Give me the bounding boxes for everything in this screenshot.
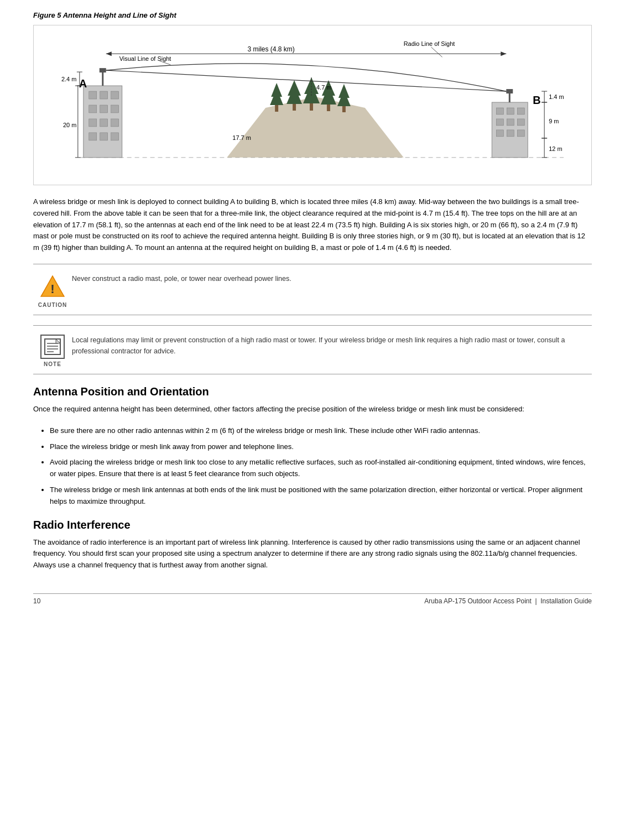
- svg-rect-34: [496, 108, 503, 114]
- svg-rect-23: [111, 105, 119, 113]
- svg-text:!: !: [50, 282, 54, 296]
- svg-text:1.4 m: 1.4 m: [549, 93, 564, 100]
- svg-marker-1: [227, 97, 403, 158]
- svg-rect-25: [100, 119, 108, 127]
- svg-text:A: A: [79, 77, 87, 90]
- svg-rect-27: [89, 133, 97, 140]
- svg-text:3 miles (4.8 km): 3 miles (4.8 km): [248, 45, 295, 53]
- caution-triangle-icon: !: [39, 273, 66, 300]
- bullet-item: Avoid placing the wireless bridge or mes…: [50, 457, 592, 480]
- svg-text:Radio Line of Sight: Radio Line of Sight: [404, 40, 455, 47]
- svg-marker-15: [337, 90, 351, 106]
- svg-rect-21: [89, 105, 97, 113]
- svg-rect-22: [100, 105, 108, 113]
- caution-icon-area: ! CAUTION: [33, 271, 72, 308]
- svg-text:Visual Line of Sight: Visual Line of Sight: [119, 55, 171, 62]
- svg-line-54: [431, 47, 442, 57]
- bullet-item: The wireless bridge or mesh link antenna…: [50, 484, 592, 508]
- svg-rect-44: [506, 89, 513, 93]
- svg-marker-49: [501, 51, 506, 56]
- bullet-item: Place the wireless bridge or mesh link a…: [50, 441, 592, 453]
- svg-text:B: B: [533, 94, 540, 106]
- body-paragraph: A wireless bridge or mesh link is deploy…: [33, 196, 592, 254]
- svg-rect-19: [100, 91, 108, 99]
- caution-box: ! CAUTION Never construct a radio mast, …: [33, 264, 592, 315]
- svg-text:4.7 m: 4.7 m: [316, 84, 331, 91]
- note-box: NOTE Local regulations may limit or prev…: [33, 325, 592, 374]
- svg-text:17.7 m: 17.7 m: [232, 134, 251, 141]
- svg-rect-37: [496, 119, 503, 126]
- svg-rect-7: [293, 104, 296, 111]
- svg-rect-4: [275, 105, 278, 112]
- svg-rect-41: [507, 130, 514, 137]
- antenna-diagram-svg: A B 3 miles (4.8 km) Visual Line of: [34, 25, 591, 185]
- svg-rect-18: [89, 91, 97, 99]
- svg-marker-48: [106, 51, 112, 56]
- antenna-position-intro: Once the required antenna height has bee…: [33, 404, 592, 415]
- svg-rect-13: [327, 105, 330, 111]
- note-icon-area: NOTE: [33, 332, 72, 367]
- note-lines-icon: [40, 335, 65, 359]
- svg-text:9 m: 9 m: [549, 118, 559, 124]
- svg-text:20 m: 20 m: [63, 122, 76, 128]
- note-label: NOTE: [44, 361, 61, 367]
- svg-rect-20: [111, 91, 119, 99]
- svg-rect-38: [507, 119, 514, 126]
- svg-rect-39: [517, 119, 524, 126]
- footer: 10 Aruba AP-175 Outdoor Access Point | I…: [33, 593, 592, 605]
- svg-rect-36: [517, 108, 524, 114]
- svg-rect-29: [111, 133, 119, 140]
- svg-rect-31: [100, 68, 106, 72]
- antenna-position-bullets: Be sure there are no other radio antenna…: [50, 425, 592, 508]
- svg-rect-26: [111, 119, 119, 127]
- svg-rect-28: [100, 133, 108, 140]
- footer-page: 10: [33, 597, 40, 605]
- svg-rect-40: [496, 130, 503, 137]
- diagram-container: A B 3 miles (4.8 km) Visual Line of: [33, 25, 592, 185]
- bullet-item: Be sure there are no other radio antenna…: [50, 425, 592, 437]
- caution-text: Never construct a radio mast, pole, or t…: [72, 271, 291, 284]
- svg-rect-24: [89, 119, 97, 127]
- svg-text:12 m: 12 m: [549, 145, 562, 152]
- note-text: Local regulations may limit or prevent c…: [72, 332, 592, 357]
- figure-label: Figure 5 Antenna Height and Line of Sigh…: [33, 11, 592, 19]
- svg-rect-16: [342, 106, 346, 112]
- svg-text:2.4 m: 2.4 m: [61, 76, 76, 82]
- svg-rect-42: [517, 130, 524, 137]
- svg-rect-35: [507, 108, 514, 114]
- radio-interference-heading: Radio Interference: [33, 519, 592, 531]
- svg-marker-85: [56, 339, 60, 343]
- footer-product: Aruba AP-175 Outdoor Access Point | Inst…: [424, 597, 592, 605]
- caution-label: CAUTION: [38, 302, 67, 308]
- antenna-position-heading: Antenna Position and Orientation: [33, 385, 592, 398]
- radio-interference-text: The avoidance of radio interference is a…: [33, 537, 592, 571]
- svg-line-46: [106, 70, 507, 91]
- svg-rect-10: [310, 103, 313, 111]
